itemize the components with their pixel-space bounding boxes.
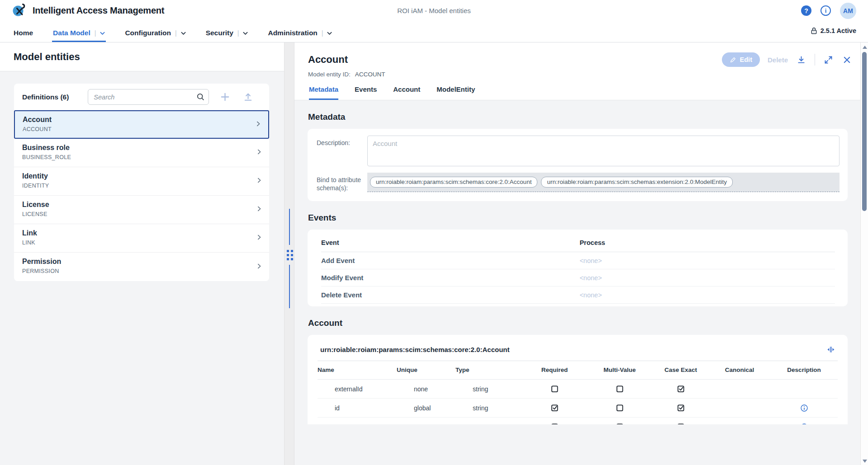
help-icon[interactable]: ? — [801, 5, 811, 16]
chevron-down-icon — [327, 32, 332, 35]
required-checkbox[interactable] — [551, 423, 559, 424]
list-item-link[interactable]: LinkLINK — [14, 224, 269, 253]
close-button[interactable] — [842, 55, 852, 65]
scrollbar-thumb[interactable] — [862, 52, 867, 211]
chevron-down-icon — [181, 32, 186, 35]
attr-unique: global — [397, 404, 455, 412]
app-logo-icon — [11, 2, 28, 19]
search-input[interactable] — [88, 89, 209, 105]
entity-code: LICENSE — [22, 211, 249, 217]
panel-splitter[interactable] — [284, 42, 294, 465]
attr-name: externalId — [318, 385, 397, 393]
entity-id-row: Model entity ID:ACCOUNT — [308, 71, 854, 78]
download-button[interactable] — [796, 54, 807, 66]
model-entities-panel: Model entities Definitions (6) — [0, 42, 284, 465]
metadata-section-heading: Metadata — [308, 112, 848, 122]
list-item-license[interactable]: LicenseLICENSE — [14, 196, 269, 224]
list-item-account[interactable]: AccountACCOUNT — [14, 110, 269, 139]
tab-metadata[interactable]: Metadata — [309, 85, 338, 100]
schema-chip[interactable]: urn:roiable:roiam:params:scim:schemas:ex… — [541, 177, 733, 188]
chevron-right-icon — [256, 234, 262, 240]
description-info-icon[interactable] — [800, 423, 808, 424]
entity-code: LINK — [22, 240, 249, 246]
multi-value-checkbox[interactable] — [616, 385, 624, 393]
tab-account[interactable]: Account — [393, 85, 420, 100]
description-textarea[interactable] — [367, 136, 840, 166]
splitter-drag-handle[interactable] — [286, 245, 293, 265]
tab-events[interactable]: Events — [355, 85, 377, 100]
events-section-heading: Events — [308, 213, 848, 223]
add-definition-button[interactable] — [219, 91, 231, 103]
tab-modelentity[interactable]: ModelEntity — [436, 85, 475, 100]
nav-separator: | — [95, 29, 96, 37]
delete-button[interactable]: Delete — [768, 56, 788, 64]
actions-divider — [815, 54, 815, 66]
version-indicator: 2.5.1 Active — [811, 21, 856, 42]
vertical-scrollbar[interactable] — [860, 42, 868, 465]
search-icon[interactable] — [196, 93, 205, 101]
column-resize-button[interactable] — [825, 344, 836, 355]
multi-value-checkbox[interactable] — [616, 423, 624, 424]
required-checkbox[interactable] — [551, 385, 559, 393]
nav-separator: | — [322, 29, 323, 37]
event-name[interactable]: Delete Event — [321, 287, 579, 303]
nav-item-administration[interactable]: Administration| — [267, 21, 333, 42]
event-name[interactable]: Modify Event — [321, 269, 579, 286]
list-item-permission[interactable]: PermissionPERMISSION — [14, 253, 269, 281]
list-item-identity[interactable]: IdentityIDENTITY — [14, 167, 269, 196]
definitions-card: Definitions (6) — [14, 84, 269, 281]
events-table-header: Event Process — [321, 233, 835, 252]
detail-header: Account Edit Delete — [294, 42, 860, 100]
required-checkbox-checked[interactable] — [551, 404, 559, 412]
attr-col-multi-value: Multi-Value — [587, 361, 653, 379]
edit-button[interactable]: Edit — [722, 52, 760, 67]
description-info-icon[interactable] — [800, 404, 808, 412]
nav-item-label: Data Model — [53, 29, 90, 37]
plus-icon — [220, 92, 230, 102]
attribute-row-locked: lockednoneboolean — [318, 418, 838, 424]
description-label: Description: — [317, 136, 367, 166]
entity-name: Link — [22, 229, 249, 237]
info-icon[interactable]: i — [821, 5, 831, 16]
pencil-icon — [730, 56, 736, 63]
scrollbar-down-arrow[interactable] — [863, 460, 867, 463]
application-window: Intelligent Access Management ROI iAM - … — [0, 0, 868, 465]
case-exact-checkbox-checked[interactable] — [677, 423, 685, 424]
attr-name: id — [318, 404, 397, 412]
expand-button[interactable] — [823, 54, 834, 66]
chevron-right-icon — [256, 206, 262, 212]
case-exact-checkbox-checked[interactable] — [677, 385, 685, 393]
event-process-value[interactable]: <none> — [579, 274, 835, 282]
nav-item-configuration[interactable]: Configuration| — [124, 21, 186, 42]
schema-chip[interactable]: urn:roiable:roiam:params:scim:schemas:co… — [370, 177, 537, 188]
event-process-value[interactable]: <none> — [579, 257, 835, 264]
nav-separator: | — [175, 29, 177, 37]
list-item-business_role[interactable]: Business roleBUSINESS_ROLE — [14, 139, 269, 167]
import-definition-button[interactable] — [242, 91, 254, 103]
entity-name: Business role — [22, 144, 249, 152]
case-exact-checkbox-checked[interactable] — [677, 404, 685, 412]
attribute-row-externalid: externalIdnonestring — [318, 380, 838, 399]
account-section-heading: Account — [308, 318, 848, 328]
event-name[interactable]: Add Event — [321, 252, 579, 269]
schema-chips-zone[interactable]: urn:roiable:roiam:params:scim:schemas:co… — [367, 173, 840, 192]
detail-title: Account — [308, 54, 348, 66]
entity-list: AccountACCOUNTBusiness roleBUSINESS_ROLE… — [14, 110, 269, 281]
multi-value-checkbox[interactable] — [616, 404, 624, 412]
scrollbar-up-arrow[interactable] — [863, 46, 867, 49]
nav-item-data-model[interactable]: Data Model| — [52, 21, 106, 42]
avatar[interactable]: AM — [840, 3, 856, 19]
chevron-right-icon — [255, 121, 261, 127]
detail-content: Metadata Description: Bind to attribute … — [294, 100, 860, 424]
chevron-right-icon — [256, 177, 262, 183]
definitions-count-label: Definitions (6) — [22, 93, 69, 101]
nav-item-home[interactable]: Home — [13, 21, 34, 42]
entity-code: ACCOUNT — [23, 126, 249, 132]
entity-detail-panel: Account Edit Delete — [294, 42, 860, 465]
nav-item-security[interactable]: Security| — [205, 21, 249, 42]
upload-icon — [243, 92, 253, 102]
app-title: Intelligent Access Management — [33, 5, 164, 16]
events-col-event: Event — [321, 233, 579, 252]
close-icon — [843, 56, 851, 64]
event-process-value[interactable]: <none> — [579, 291, 835, 299]
